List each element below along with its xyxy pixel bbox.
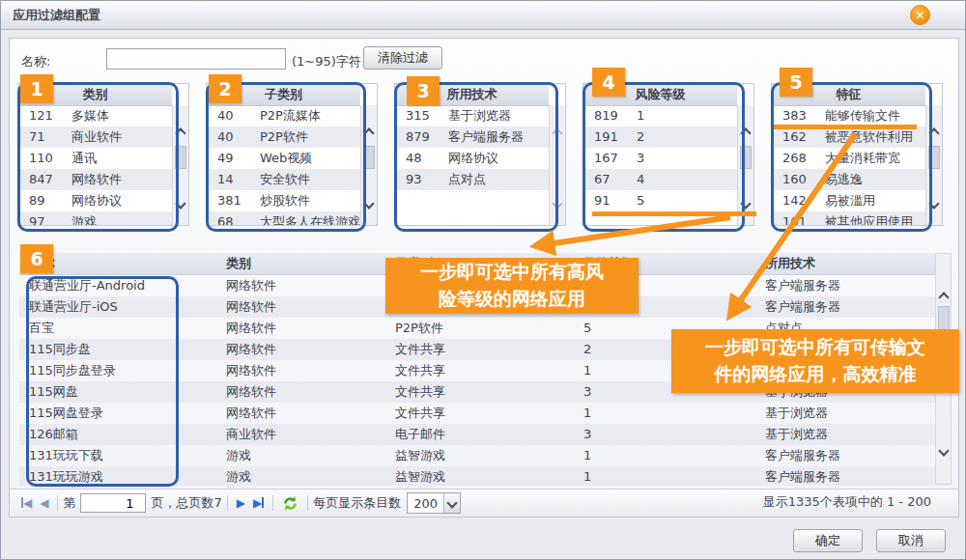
scroll-thumb[interactable] [363, 146, 375, 169]
table-row[interactable]: 百宝 网络软件 P2P软件 5 点对点 [19, 318, 935, 339]
list-item[interactable]: 40 P2P软件 [207, 126, 360, 148]
cell-risk [577, 296, 760, 318]
list-item[interactable]: 14 安全软件 [207, 169, 360, 190]
table-row[interactable]: 联通营业厅-Android 网络软件 客户端服务器 [19, 275, 935, 296]
table-row[interactable]: 131玩玩游戏 游戏 益智游戏 1 客户端服务器 [19, 466, 935, 486]
per-page-value: 200 [408, 496, 443, 511]
scroll-up-icon[interactable] [929, 126, 939, 136]
table-row[interactable]: 联通营业厅-iOS 网络软件 客户端服务器 [19, 296, 935, 318]
scroll-thumb[interactable] [740, 146, 752, 169]
scrollbar[interactable] [172, 105, 188, 225]
scroll-thumb[interactable] [175, 146, 186, 169]
scrollbar[interactable] [549, 105, 565, 225]
table-row[interactable]: 115同步盘 网络软件 文件共享 2 [19, 339, 935, 360]
scroll-down-icon[interactable] [741, 200, 751, 210]
cell-category: 网络软件 [222, 360, 388, 381]
list-item[interactable]: 121 多媒体 [18, 105, 172, 126]
scroll-up-icon[interactable] [553, 126, 562, 136]
refresh-button[interactable] [282, 495, 298, 512]
cell-technology: 客户端服务器 [760, 445, 935, 466]
list-item[interactable]: 91 5 [583, 190, 737, 211]
dialog-titlebar: 应用过滤组配置 [1, 1, 965, 30]
list-item[interactable]: 160 易逃逸 [772, 169, 925, 190]
scroll-up-icon[interactable] [939, 291, 949, 300]
list-item[interactable]: 67 4 [583, 169, 737, 190]
scroll-down-icon[interactable] [553, 200, 562, 210]
cell-subcategory: 电子邮件 [388, 424, 577, 445]
scrollbar[interactable] [360, 105, 377, 225]
item-label: 5 [637, 190, 737, 211]
cell-technology: 基于浏览器 [760, 424, 935, 445]
list-rows: 383 能够传输文件 162 被恶意软件利用 268 大量消耗带宽 160 易逃… [772, 105, 925, 225]
list-item[interactable]: 89 网络协议 [18, 190, 172, 211]
table-row[interactable]: 126邮箱 商业软件 电子邮件 3 基于浏览器 [19, 424, 935, 445]
list-item[interactable]: 383 能够传输文件 [772, 105, 925, 126]
scrollbar[interactable] [925, 105, 942, 225]
item-label: 3 [637, 148, 737, 169]
list-item[interactable]: 142 易被滥用 [772, 190, 925, 211]
list-item[interactable]: 191 2 [583, 126, 737, 148]
list-item[interactable]: 819 1 [583, 105, 737, 126]
scrollbar[interactable] [737, 105, 753, 225]
scroll-down-icon[interactable] [939, 447, 949, 457]
next-page-button[interactable]: ▶ [237, 495, 245, 511]
item-count: 40 [207, 126, 260, 148]
scroll-down-icon[interactable] [929, 200, 939, 210]
list-item[interactable]: 879 客户端服务器 [395, 126, 549, 148]
clear-filter-button[interactable]: 清除过滤 [363, 46, 442, 70]
item-count: 91 [583, 190, 637, 211]
list-item[interactable]: 40 P2P流媒体 [207, 105, 360, 126]
list-item[interactable]: 71 商业软件 [18, 126, 172, 148]
item-label: 4 [637, 169, 737, 190]
list-item[interactable]: 167 3 [583, 148, 737, 169]
per-page-select[interactable]: 200 [407, 492, 461, 514]
list-item[interactable]: 48 网络协议 [395, 148, 549, 169]
scroll-up-icon[interactable] [364, 126, 374, 136]
list-item[interactable]: 268 大量消耗带宽 [772, 148, 925, 169]
scroll-down-icon[interactable] [176, 200, 185, 210]
chevron-down-icon[interactable] [443, 493, 460, 513]
column-header-category[interactable]: 类别 [222, 253, 388, 274]
column-header-technology[interactable]: 所用技术 [760, 253, 935, 274]
table-row[interactable]: 115网盘 网络软件 文件共享 3 基于浏览器 [19, 381, 935, 403]
first-page-button[interactable]: ◀ [21, 495, 32, 511]
list-item[interactable]: 162 被恶意软件利用 [772, 126, 925, 148]
list-item[interactable]: 381 炒股软件 [207, 190, 360, 211]
list-item[interactable]: 110 通讯 [18, 148, 172, 169]
item-label: P2P流媒体 [260, 105, 360, 126]
ok-button[interactable]: 确定 [793, 529, 863, 552]
list-item[interactable]: 93 点对点 [395, 169, 549, 190]
table-row[interactable]: 115同步盘登录 网络软件 文件共享 1 [19, 360, 935, 381]
name-input[interactable] [106, 48, 286, 70]
table-header-row: 名称 类别 子类别 风险等级 所用技术 [19, 253, 935, 275]
list-item[interactable]: 97 游戏 [18, 211, 172, 225]
list-item[interactable]: 315 基于浏览器 [395, 105, 549, 126]
column-header-name[interactable]: 名称 [19, 253, 222, 274]
cancel-button[interactable]: 取消 [876, 529, 946, 552]
table-row[interactable]: 131玩玩下载 游戏 益智游戏 1 客户端服务器 [19, 445, 935, 466]
scroll-up-icon[interactable] [741, 126, 751, 136]
last-page-button[interactable]: ▶ [253, 495, 264, 511]
close-button[interactable]: ✕ [910, 5, 930, 25]
scroll-thumb[interactable] [928, 146, 940, 169]
item-count: 89 [18, 190, 71, 211]
scroll-thumb[interactable] [938, 306, 950, 335]
list-rows: 121 多媒体 71 商业软件 110 通讯 847 网络软件 89 网络协议 … [18, 105, 172, 225]
column-header-risk[interactable]: 风险等级 [577, 253, 760, 274]
cell-risk: 3 [577, 381, 760, 403]
prev-page-button[interactable]: ◀ [40, 495, 48, 511]
item-count: 315 [395, 105, 448, 126]
item-label: 2 [637, 126, 737, 148]
cell-risk: 1 [577, 445, 760, 466]
page-number-input[interactable] [80, 493, 146, 513]
list-item[interactable]: 161 被其他应用使用 [772, 211, 925, 225]
list-item[interactable]: 49 Web视频 [207, 148, 360, 169]
table-row[interactable]: 115网盘登录 网络软件 文件共享 1 基于浏览器 [19, 403, 935, 424]
next-page-icon: ▶ [237, 496, 245, 510]
table-scrollbar[interactable] [935, 253, 952, 485]
scroll-down-icon[interactable] [364, 200, 374, 210]
column-header-subcategory[interactable]: 子类别 [388, 253, 577, 274]
list-item[interactable]: 847 网络软件 [18, 169, 172, 190]
list-item[interactable]: 68 大型多人在线游戏 [207, 211, 360, 225]
scroll-up-icon[interactable] [176, 126, 185, 136]
